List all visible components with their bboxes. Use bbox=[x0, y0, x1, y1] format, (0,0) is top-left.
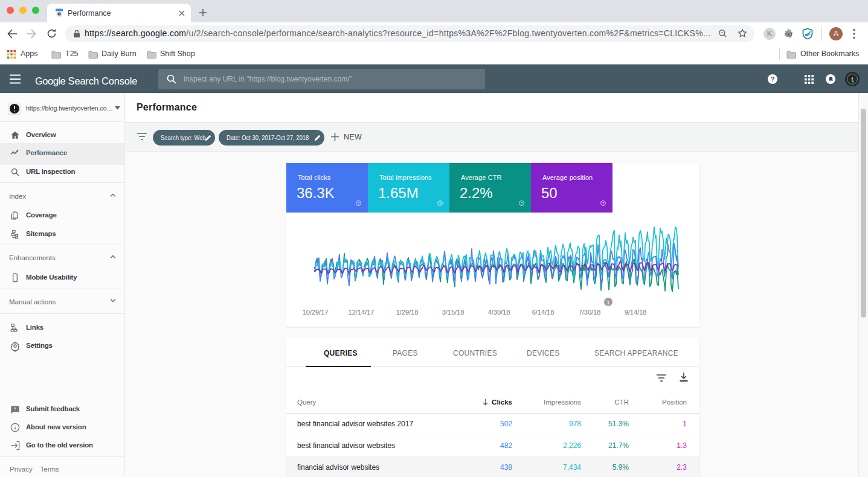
svg-text:SQ: SQ bbox=[784, 31, 792, 37]
svg-text:6/14/18: 6/14/18 bbox=[532, 309, 555, 316]
svg-text:7/30/18: 7/30/18 bbox=[579, 309, 601, 316]
svg-text:4/30/18: 4/30/18 bbox=[488, 309, 510, 316]
svg-text:1/29/18: 1/29/18 bbox=[396, 309, 419, 316]
svg-text:1: 1 bbox=[606, 299, 609, 306]
svg-text:12/14/17: 12/14/17 bbox=[349, 309, 375, 316]
svg-text:9/14/18: 9/14/18 bbox=[625, 309, 647, 316]
svg-text:3/15/18: 3/15/18 bbox=[442, 309, 465, 316]
svg-text:10/29/17: 10/29/17 bbox=[303, 309, 329, 316]
